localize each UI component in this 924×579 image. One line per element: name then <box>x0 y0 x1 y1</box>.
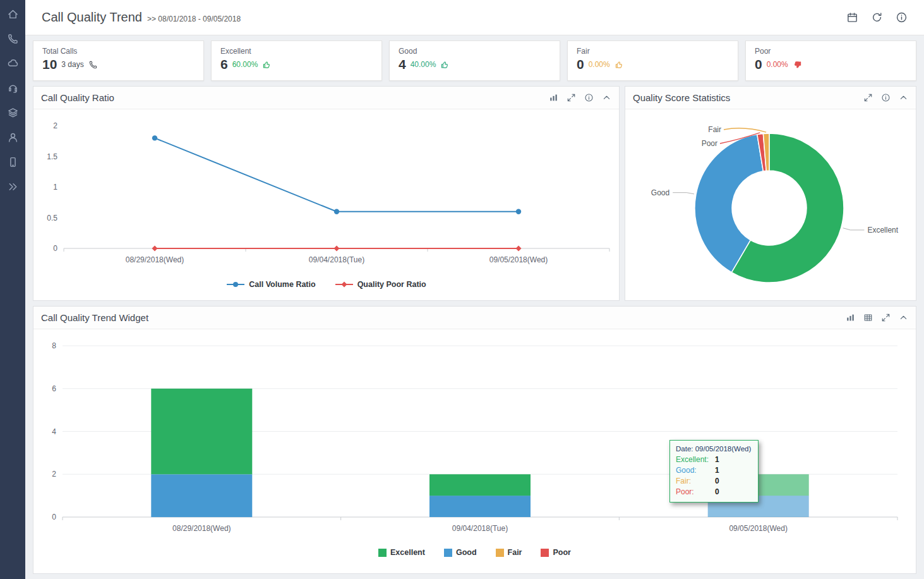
stat-label: Poor <box>755 47 907 56</box>
expand-button[interactable] <box>863 93 873 102</box>
chart-button[interactable] <box>846 313 855 322</box>
stat-label: Fair <box>577 47 729 56</box>
bar-good-1[interactable] <box>429 496 531 517</box>
info-icon <box>584 93 594 102</box>
sidebar-item-home[interactable] <box>4 6 21 21</box>
thumbs-down-icon <box>793 60 802 70</box>
bar-chart[interactable]: 0246808/29/2018(Wed)09/04/2018(Tue)09/05… <box>33 332 916 540</box>
legend-marker <box>541 549 549 557</box>
panel-header: Quality Score Statistics <box>625 87 916 109</box>
collapse-up-icon <box>602 93 611 102</box>
legend-item-call-volume-ratio[interactable]: Call Volume Ratio <box>226 280 315 289</box>
legend-item-excellent[interactable]: Excellent <box>378 548 425 557</box>
svg-text:1: 1 <box>53 183 57 192</box>
chart-button[interactable] <box>549 93 558 102</box>
page-title: Call Quality Trend <box>42 10 142 25</box>
svg-text:8: 8 <box>52 341 56 350</box>
panel-actions <box>846 313 908 322</box>
stat-card-good: Good440.00% <box>389 40 560 81</box>
panel-actions <box>863 93 908 102</box>
stat-value: 6 <box>220 57 228 72</box>
panel-title: Call Quality Ratio <box>41 92 114 103</box>
tooltip-row-label: Poor: <box>676 487 715 497</box>
tooltip-row-label: Excellent: <box>676 454 715 465</box>
stat-line: 660.00% <box>220 57 373 72</box>
sidebar-item-collapse[interactable] <box>4 179 21 194</box>
sidebar-item-phone[interactable] <box>4 31 21 46</box>
panel-call-quality-ratio: Call Quality Ratio 00.511.5208/29/2018(W… <box>33 86 620 301</box>
svg-text:1.5: 1.5 <box>47 152 57 161</box>
stat-card-fair: Fair00.00% <box>567 40 738 81</box>
stat-line: 00.00% <box>755 57 907 72</box>
collapse-up-icon <box>899 313 908 322</box>
panel-title: Call Quality Trend Widget <box>41 312 148 323</box>
info-button[interactable] <box>584 93 594 102</box>
stat-label: Good <box>399 47 551 56</box>
tooltip-row-fair-: Fair:0 <box>676 476 752 487</box>
dashboard: Call Quality Trend >> 08/01/2018 - 09/05… <box>0 0 924 579</box>
donut-chart[interactable]: ExcellentGoodPoorFair <box>625 113 915 302</box>
main-area: Call Quality Trend >> 08/01/2018 - 09/05… <box>25 0 924 579</box>
legend-item-fair[interactable]: Fair <box>496 548 522 557</box>
stat-card-excellent: Excellent660.00% <box>211 40 382 81</box>
collapse-up-button[interactable] <box>602 93 611 102</box>
refresh-button[interactable] <box>871 11 883 23</box>
stat-icon-wrap <box>793 60 802 70</box>
stat-sub: 40.00% <box>411 60 436 69</box>
title-group: Call Quality Trend >> 08/01/2018 - 09/05… <box>42 10 241 25</box>
sidebar-item-user[interactable] <box>4 130 21 145</box>
expand-icon <box>863 93 873 102</box>
devices-icon <box>7 156 19 168</box>
legend-marker <box>335 281 354 288</box>
sidebar-item-devices[interactable] <box>4 154 21 169</box>
info-button[interactable] <box>881 93 891 102</box>
panel-header: Call Quality Trend Widget <box>33 307 916 329</box>
bar-excellent-1[interactable] <box>429 474 531 496</box>
cloud-icon <box>7 58 19 70</box>
panel-header: Call Quality Ratio <box>33 87 619 109</box>
svg-text:4: 4 <box>52 427 56 436</box>
donut-chart-body: ExcellentGoodPoorFair <box>625 109 916 304</box>
expand-button[interactable] <box>881 313 891 322</box>
date-range-label: >> 08/01/2018 - 09/05/2018 <box>147 15 241 23</box>
info-button[interactable] <box>896 11 908 23</box>
stat-label: Excellent <box>220 47 373 56</box>
collapse-up-icon <box>899 93 908 102</box>
svg-text:09/04/2018(Tue): 09/04/2018(Tue) <box>309 255 364 264</box>
sidebar-item-layers[interactable] <box>4 105 21 120</box>
charts-row: Call Quality Ratio 00.511.5208/29/2018(W… <box>33 86 916 301</box>
legend-label: Call Volume Ratio <box>249 280 315 289</box>
collapse-up-button[interactable] <box>899 93 908 102</box>
legend-item-quality-poor-ratio[interactable]: Quality Poor Ratio <box>335 280 426 289</box>
collapse-up-button[interactable] <box>899 313 908 322</box>
stat-value: 0 <box>577 57 584 72</box>
info-icon <box>881 93 891 102</box>
bar-excellent-0[interactable] <box>151 389 252 475</box>
line-chart[interactable]: 00.511.5208/29/2018(Wed)09/04/2018(Tue)0… <box>33 113 619 272</box>
calendar-button[interactable] <box>846 11 858 23</box>
expand-button[interactable] <box>567 93 576 102</box>
svg-text:6: 6 <box>52 384 56 393</box>
tooltip-rows: Excellent:1Good:1Fair:0Poor:0 <box>676 454 752 497</box>
svg-text:0: 0 <box>53 244 57 253</box>
table-button[interactable] <box>863 313 873 322</box>
sidebar-nav <box>0 0 25 579</box>
stat-icon-wrap <box>262 60 272 70</box>
layers-icon <box>7 107 19 119</box>
bar-good-0[interactable] <box>151 474 252 517</box>
svg-text:2: 2 <box>53 121 57 130</box>
stat-sub: 0.00% <box>767 60 788 69</box>
legend-item-poor[interactable]: Poor <box>541 548 570 557</box>
legend-item-good[interactable]: Good <box>444 548 477 557</box>
svg-text:Excellent: Excellent <box>867 226 898 235</box>
stat-sub: 3 days <box>61 60 83 69</box>
stat-sub: 60.00% <box>232 60 258 69</box>
bar-chart-body: 0246808/29/2018(Wed)09/04/2018(Tue)09/05… <box>33 329 916 557</box>
headset-icon <box>7 82 19 94</box>
expand-icon <box>567 93 576 102</box>
stat-value: 4 <box>399 57 406 72</box>
line-chart-body: 00.511.5208/29/2018(Wed)09/04/2018(Tue)0… <box>33 109 619 289</box>
sidebar-item-cloud[interactable] <box>4 56 21 71</box>
svg-text:2: 2 <box>52 470 56 478</box>
sidebar-item-headset[interactable] <box>4 80 21 95</box>
